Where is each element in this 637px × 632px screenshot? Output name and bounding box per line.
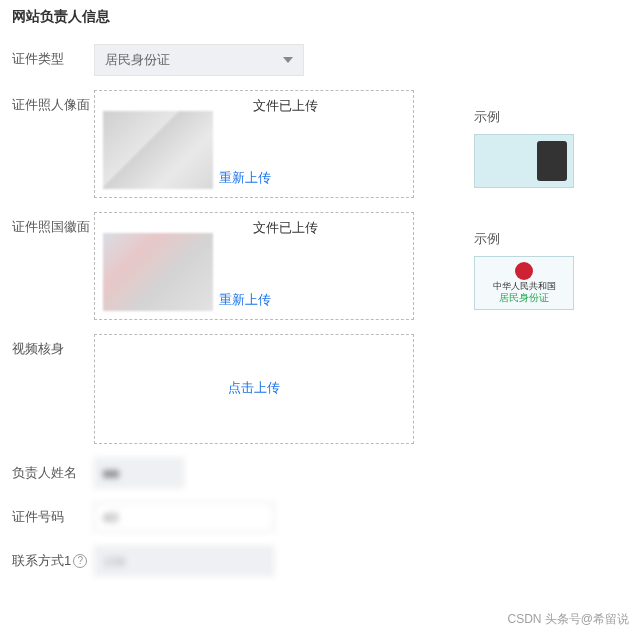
row-photo-back: 证件照国徽面 文件已上传 重新上传 示例 中华人民共和国 居民身份证 <box>4 212 633 320</box>
upload-status-front: 文件已上传 <box>253 97 405 115</box>
label-name: 负责人姓名 <box>4 458 94 482</box>
row-id-type: 证件类型 居民身份证 <box>4 44 633 76</box>
row-photo-front: 证件照人像面 文件已上传 重新上传 示例 <box>4 90 633 198</box>
emblem-icon <box>515 262 533 280</box>
label-photo-back: 证件照国徽面 <box>4 212 94 236</box>
section-title: 网站负责人信息 <box>4 4 633 44</box>
id-type-value: 居民身份证 <box>105 51 170 69</box>
id-front-thumbnail <box>103 111 213 189</box>
contact1-input[interactable] <box>94 546 274 576</box>
row-contact1: 联系方式1? <box>4 546 633 576</box>
reupload-front-link[interactable]: 重新上传 <box>219 170 271 185</box>
example-card-back: 中华人民共和国 居民身份证 <box>474 256 574 310</box>
label-id-number: 证件号码 <box>4 502 94 526</box>
example-front: 示例 <box>474 90 584 188</box>
upload-box-back: 文件已上传 重新上传 <box>94 212 414 320</box>
example-card-front <box>474 134 574 188</box>
chevron-down-icon <box>283 57 293 63</box>
upload-status-back: 文件已上传 <box>253 219 405 237</box>
example-back-text: 中华人民共和国 居民身份证 <box>493 282 556 304</box>
label-id-type: 证件类型 <box>4 44 94 68</box>
id-type-select[interactable]: 居民身份证 <box>94 44 304 76</box>
name-input[interactable] <box>94 458 184 488</box>
row-video: 视频核身 点击上传 <box>4 334 633 444</box>
row-name: 负责人姓名 <box>4 458 633 488</box>
help-icon[interactable]: ? <box>73 554 87 568</box>
label-video: 视频核身 <box>4 334 94 358</box>
row-id-number: 证件号码 <box>4 502 633 532</box>
label-photo-front: 证件照人像面 <box>4 90 94 114</box>
example-label-front: 示例 <box>474 108 584 126</box>
id-number-input[interactable] <box>94 502 274 532</box>
upload-box-front: 文件已上传 重新上传 <box>94 90 414 198</box>
example-label-back: 示例 <box>474 230 584 248</box>
reupload-back-link[interactable]: 重新上传 <box>219 292 271 307</box>
label-contact1: 联系方式1? <box>4 546 94 570</box>
upload-box-video[interactable]: 点击上传 <box>94 334 414 444</box>
click-upload-link[interactable]: 点击上传 <box>103 379 405 397</box>
example-back: 示例 中华人民共和国 居民身份证 <box>474 212 584 310</box>
id-back-thumbnail <box>103 233 213 311</box>
